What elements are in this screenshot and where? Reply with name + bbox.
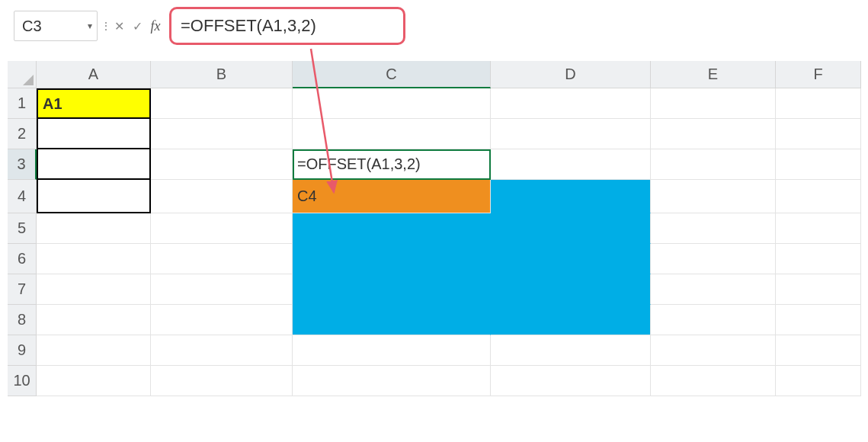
cell-D3[interactable] [491, 149, 651, 180]
col-header-A[interactable]: A [37, 61, 151, 88]
cell-F7[interactable] [776, 274, 861, 305]
cell-D7[interactable] [491, 274, 651, 305]
cell-D1[interactable] [491, 88, 651, 119]
row-header-4[interactable]: 4 [8, 180, 37, 213]
cell-F5[interactable] [776, 213, 861, 244]
cancel-formula-button[interactable]: ✕ [110, 11, 128, 41]
separator-icon: ⋮ [101, 20, 110, 32]
cell-B1[interactable] [151, 88, 293, 119]
enter-formula-button[interactable]: ✓ [128, 11, 146, 41]
cell-E3[interactable] [651, 149, 776, 180]
cell-A1[interactable]: A1 [37, 88, 151, 119]
row-header-2[interactable]: 2 [8, 119, 37, 149]
cell-E1[interactable] [651, 88, 776, 119]
cell-D2[interactable] [491, 119, 651, 149]
cell-A8[interactable] [37, 305, 151, 335]
insert-function-button[interactable]: fx [146, 11, 165, 41]
cell-B5[interactable] [151, 213, 293, 244]
formula-text: =OFFSET(A1,3,2) [181, 16, 316, 36]
cell-B3[interactable] [151, 149, 293, 180]
cell-E6[interactable] [651, 244, 776, 274]
row-header-5[interactable]: 5 [8, 213, 37, 244]
row-header-6[interactable]: 6 [8, 244, 37, 274]
row-header-8[interactable]: 8 [8, 305, 37, 335]
cell-E5[interactable] [651, 213, 776, 244]
col-header-B[interactable]: B [151, 61, 293, 88]
col-header-F[interactable]: F [776, 61, 861, 88]
cell-B4[interactable] [151, 180, 293, 213]
cell-C3[interactable]: =OFFSET(A1,3,2) [293, 149, 491, 180]
cell-C7[interactable] [293, 274, 491, 305]
cell-D10[interactable] [491, 366, 651, 396]
cell-B6[interactable] [151, 244, 293, 274]
cell-B2[interactable] [151, 119, 293, 149]
cell-C6[interactable] [293, 244, 491, 274]
cell-C5[interactable] [293, 213, 491, 244]
cell-A9[interactable] [37, 335, 151, 366]
cell-E10[interactable] [651, 366, 776, 396]
x-icon: ✕ [114, 19, 124, 34]
cell-F6[interactable] [776, 244, 861, 274]
name-box[interactable]: C3 ▾ [14, 11, 98, 41]
cell-B8[interactable] [151, 305, 293, 335]
cell-F1[interactable] [776, 88, 861, 119]
col-header-E[interactable]: E [651, 61, 776, 88]
cell-A5[interactable] [37, 213, 151, 244]
cell-E4[interactable] [651, 180, 776, 213]
cell-A1-value: A1 [43, 95, 62, 113]
row-header-7[interactable]: 7 [8, 274, 37, 305]
cell-A6[interactable] [37, 244, 151, 274]
cell-A7[interactable] [37, 274, 151, 305]
cell-C4[interactable]: C4 [293, 180, 491, 213]
cell-C2[interactable] [293, 119, 491, 149]
row-header-10[interactable]: 10 [8, 366, 37, 396]
cell-B9[interactable] [151, 335, 293, 366]
cell-A4[interactable] [37, 180, 151, 213]
cell-C8[interactable] [293, 305, 491, 335]
column-headers: A B C D E F [8, 61, 861, 88]
col-header-C[interactable]: C [293, 61, 491, 88]
row-header-1[interactable]: 1 [8, 88, 37, 119]
cell-A3[interactable] [37, 149, 151, 180]
col-header-D[interactable]: D [491, 61, 651, 88]
row-header-3[interactable]: 3 [8, 149, 37, 180]
cell-D6[interactable] [491, 244, 651, 274]
cell-D4[interactable] [491, 180, 651, 213]
fx-icon: fx [151, 18, 161, 34]
cell-D9[interactable] [491, 335, 651, 366]
cell-C3-editing-value: =OFFSET(A1,3,2) [297, 155, 421, 173]
cell-C4-value: C4 [297, 187, 317, 205]
cell-F8[interactable] [776, 305, 861, 335]
check-icon: ✓ [133, 19, 143, 34]
chevron-down-icon: ▾ [88, 21, 92, 31]
cell-E2[interactable] [651, 119, 776, 149]
select-all-corner[interactable] [8, 61, 37, 88]
cell-D5[interactable] [491, 213, 651, 244]
cell-F4[interactable] [776, 180, 861, 213]
cell-A2[interactable] [37, 119, 151, 149]
name-box-value: C3 [22, 18, 42, 35]
cell-C10[interactable] [293, 366, 491, 396]
spreadsheet-grid: A B C D E F 1 A1 2 3 =OFFSET(A1,3,2) [8, 61, 861, 396]
cell-B10[interactable] [151, 366, 293, 396]
cell-C9[interactable] [293, 335, 491, 366]
cell-A10[interactable] [37, 366, 151, 396]
cell-F2[interactable] [776, 119, 861, 149]
formula-bar: C3 ▾ ⋮ ✕ ✓ fx =OFFSET(A1,3,2) [14, 9, 405, 43]
cell-F9[interactable] [776, 335, 861, 366]
cell-E8[interactable] [651, 305, 776, 335]
cell-B7[interactable] [151, 274, 293, 305]
cell-D8[interactable] [491, 305, 651, 335]
formula-input[interactable]: =OFFSET(A1,3,2) [169, 7, 405, 45]
cell-E9[interactable] [651, 335, 776, 366]
cell-F3[interactable] [776, 149, 861, 180]
cell-E7[interactable] [651, 274, 776, 305]
cell-F10[interactable] [776, 366, 861, 396]
row-header-9[interactable]: 9 [8, 335, 37, 366]
cell-C1[interactable] [293, 88, 491, 119]
